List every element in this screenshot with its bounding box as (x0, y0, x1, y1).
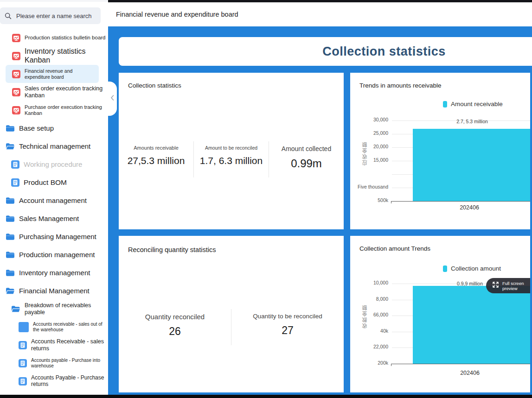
stat-label: Amount to be reconciled (194, 145, 269, 151)
sidebar-item[interactable]: Product BOM (0, 173, 108, 191)
fullscreen-label: Full screen preview (502, 281, 530, 291)
collection-trends-card: Collection amount Trends Collection amou… (350, 236, 530, 392)
folder-icon (6, 233, 15, 240)
sidebar-item[interactable]: Purchasing Management (0, 227, 108, 246)
folder-open-icon (11, 305, 20, 313)
document-icon (19, 341, 27, 349)
receivable-trends-card: Trends in amounts receivable Amount rece… (350, 73, 530, 229)
sidebar-item[interactable]: Production statistics bulletin board (0, 29, 108, 47)
x-axis-category-label: 202406 (460, 204, 479, 211)
dashboard-board: Collection statistics Collection statist… (108, 26, 532, 395)
sidebar-item[interactable]: Account management (0, 191, 108, 209)
stat-label: Quantity to be reconciled (231, 313, 344, 320)
sidebar-item[interactable]: Breakdown of receivables payable (0, 300, 108, 318)
stat-quantity-to-be-reconciled: Quantity to be reconciled 27 (231, 309, 344, 345)
folder-icon (6, 251, 15, 259)
document-icon (11, 160, 19, 169)
sidebar-item-label: Production statistics bulletin board (25, 35, 106, 41)
fullscreen-preview-button[interactable]: Full screen preview (486, 278, 530, 293)
page-header: Financial revenue and expenditure board (108, 2, 532, 26)
y-axis-tick-label: 30,000 (357, 117, 388, 123)
y-axis-tick-label: 66,000 (357, 312, 388, 318)
sidebar-item-label: Purchase order execution tracking Kanban (25, 104, 108, 116)
search-box[interactable] (0, 7, 101, 24)
y-axis-tick-label: 15,000 (357, 158, 388, 163)
square-icon (19, 322, 29, 332)
sidebar-item[interactable]: Inventory management (0, 264, 108, 282)
y-axis-tick-label: 200k (357, 360, 388, 366)
sidebar-item[interactable]: Technical management (0, 137, 108, 155)
main-area: Financial revenue and expenditure board … (108, 0, 532, 395)
x-axis-category-label: 202406 (460, 370, 480, 376)
expand-icon (492, 281, 499, 290)
sidebar-item-label: Accounts payable - Purchase into warehou… (31, 358, 108, 368)
sidebar-item[interactable]: Accounts receivable - sales out of the w… (0, 318, 108, 336)
sidebar-item[interactable]: Working procedure (0, 155, 108, 173)
card-title: Collection statistics (128, 82, 181, 89)
stat-value: 27,5.3 million (119, 155, 193, 166)
sidebar-item-label: Sales Management (19, 215, 79, 222)
kanban-icon (12, 70, 20, 78)
banner-panel: Collection statistics (119, 37, 532, 66)
sidebar-item-label: Account management (19, 196, 87, 204)
sidebar-item-label: Purchasing Management (19, 233, 96, 240)
sidebar-item-label: Sales order execution tracking Kanban (25, 85, 108, 99)
sidebar-item[interactable]: Purchase order execution tracking Kanban (0, 101, 108, 119)
sidebar-collapse-handle[interactable] (105, 82, 117, 116)
folder-icon (6, 197, 15, 204)
sidebar-item[interactable]: Base setup (0, 119, 108, 137)
search-input[interactable] (15, 12, 101, 20)
sidebar-item-label: Financial Management (19, 287, 90, 295)
document-icon (11, 178, 19, 187)
bar-202406[interactable] (413, 129, 530, 201)
sidebar: Production statistics bulletin boardInve… (0, 0, 108, 395)
x-axis-tick (391, 364, 391, 366)
stat-amount-to-be-reconciled: Amount to be reconciled 1.7, 6.3 million (193, 141, 269, 177)
sidebar-item-label: Accounts Payable - Purchase returns (31, 375, 108, 388)
sidebar-item[interactable]: Financial Management (0, 282, 108, 300)
kanban-icon (12, 106, 20, 114)
sidebar-item[interactable]: Accounts Payable - Purchase returns (0, 372, 108, 390)
stat-value: 0.99m (269, 157, 344, 170)
x-axis-line (391, 364, 530, 364)
bar-202406[interactable] (413, 286, 530, 364)
reconcile-statistics-card: Reconciling quantity statistics Quantity… (119, 236, 344, 392)
kanban-icon (12, 52, 20, 60)
search-icon (5, 13, 12, 19)
stat-label: Quantity reconciled (119, 313, 231, 321)
y-axis-tick-label: 10,000 (357, 280, 388, 286)
bar-value-label: 0.9,9 million (457, 281, 483, 286)
sidebar-item-label: Inventory statistics Kanban (25, 47, 108, 64)
bar-chart-collection: 10,0008,00066,00040k22,000200k0.9,9 mill… (350, 236, 530, 392)
kanban-icon (12, 88, 20, 96)
sidebar-item-label: Base setup (19, 124, 54, 132)
folder-icon (6, 269, 15, 277)
sidebar-item[interactable]: Accounts payable - Purchase into warehou… (0, 354, 108, 372)
sidebar-item[interactable]: Inventory statistics Kanban (0, 47, 108, 65)
bottom-black-strip (0, 395, 532, 398)
stat-label: Amount collected (269, 145, 344, 152)
stat-value: 27 (231, 324, 344, 337)
stat-value: 1.7, 6.3 million (194, 155, 269, 166)
sidebar-item-label: Production management (19, 251, 95, 259)
sidebar-item-label: Breakdown of receivables payable (25, 302, 108, 316)
sidebar-item-label: Accounts receivable - sales out of the w… (33, 322, 103, 332)
y-axis-tick-label: 40k (357, 329, 388, 334)
stats-row: Amounts receivable 27,5.3 million Amount… (119, 141, 344, 177)
chevron-left-icon (110, 95, 115, 103)
document-icon (19, 377, 27, 385)
sidebar-item-label: Working procedure (24, 160, 82, 168)
sidebar-item[interactable]: Financial revenue and expenditure board (6, 65, 99, 83)
y-axis-tick-label: 22,000 (357, 344, 388, 350)
stat-value: 26 (119, 325, 231, 338)
sidebar-item[interactable]: Sales order execution tracking Kanban (0, 83, 108, 101)
sidebar-item[interactable]: Production management (0, 246, 108, 264)
banner-title: Collection statistics (322, 44, 446, 59)
y-axis-tick-label: 25,000 (357, 131, 388, 136)
sidebar-item-label: Technical management (19, 142, 90, 150)
sidebar-item[interactable]: Sales Management (0, 209, 108, 227)
sidebar-item[interactable]: Accounts Receivable - sales returns (0, 336, 108, 354)
card-title: Reconciling quantity statistics (128, 246, 216, 253)
bar-value-label: 2.7, 5.3 million (456, 119, 488, 124)
x-axis-tick (391, 201, 391, 203)
